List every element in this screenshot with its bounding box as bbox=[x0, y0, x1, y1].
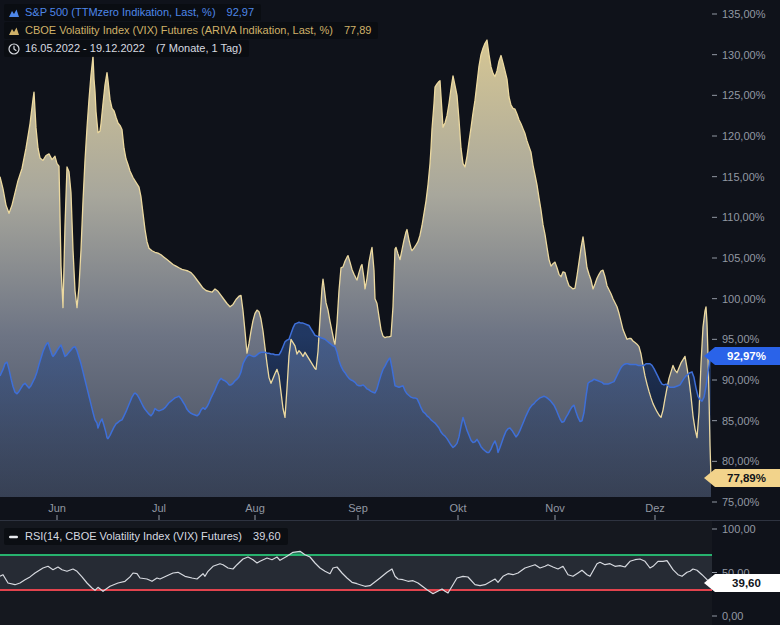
x-tick-label: Okt bbox=[449, 502, 466, 514]
y-tick-label: 75,00% bbox=[722, 496, 760, 508]
sp500-series-value: 92,97 bbox=[227, 6, 255, 19]
area-chart-icon bbox=[8, 25, 20, 37]
y-tick-label: 105,00% bbox=[722, 252, 766, 264]
y-tick-label: 120,00% bbox=[722, 130, 766, 142]
y-tick-label: 0,00 bbox=[722, 610, 743, 622]
legend-row-sp500[interactable]: S&P 500 (TTMzero Indikation, Last, %) 92… bbox=[4, 4, 261, 21]
y-tick-label: 80,00% bbox=[722, 455, 760, 467]
x-tick-label: Jul bbox=[152, 502, 166, 514]
y-tick-label: 100,00% bbox=[722, 293, 766, 305]
y-tick-label: 135,00% bbox=[722, 8, 766, 20]
y-tick-label: 85,00% bbox=[722, 415, 760, 427]
x-tick-label: Dez bbox=[645, 502, 665, 514]
vix-series-label: CBOE Volatility Index (VIX) Futures (ARI… bbox=[25, 24, 333, 37]
x-tick-label: Nov bbox=[545, 502, 565, 514]
rsi-series-value: 39,60 bbox=[253, 530, 281, 543]
vix-series-value: 77,89 bbox=[344, 24, 372, 37]
legend-row-vix[interactable]: CBOE Volatility Index (VIX) Futures (ARI… bbox=[4, 22, 378, 39]
x-tick-label: Jun bbox=[48, 502, 66, 514]
line-style-icon bbox=[8, 531, 20, 543]
chart-window: 135,00%130,00%125,00%120,00%115,00%110,0… bbox=[0, 0, 780, 625]
legend-row-rsi[interactable]: RSI(14, CBOE Volatility Index (VIX) Futu… bbox=[4, 528, 288, 545]
clock-icon bbox=[8, 43, 20, 55]
sp500-series-label: S&P 500 (TTMzero Indikation, Last, %) bbox=[25, 6, 216, 19]
x-tick-label: Sep bbox=[348, 502, 368, 514]
rsi-series-label: RSI(14, CBOE Volatility Index (VIX) Futu… bbox=[25, 530, 242, 543]
rsi-band-zone bbox=[0, 555, 712, 590]
vix-price-badge: 77,89% bbox=[704, 469, 780, 487]
date-range-label: 16.05.2022 - 19.12.2022 bbox=[25, 42, 145, 55]
area-chart-icon bbox=[8, 7, 20, 19]
rsi-legend: RSI(14, CBOE Volatility Index (VIX) Futu… bbox=[4, 528, 288, 546]
x-tick-label: Aug bbox=[245, 502, 265, 514]
sp500-price-badge: 92,97% bbox=[704, 347, 780, 365]
y-tick-label: 95,00% bbox=[722, 333, 760, 345]
y-tick-label: 100,00 bbox=[722, 523, 756, 535]
y-tick-label: 115,00% bbox=[722, 171, 765, 183]
y-tick-label: 130,00% bbox=[722, 49, 766, 61]
period-duration-label: (7 Monate, 1 Tag) bbox=[156, 42, 242, 55]
y-tick-label: 90,00% bbox=[722, 374, 760, 386]
y-tick-label: 110,00% bbox=[722, 211, 765, 223]
legend-row-period: 16.05.2022 - 19.12.2022 (7 Monate, 1 Tag… bbox=[4, 40, 249, 57]
rsi-value-badge: 39,60 bbox=[704, 574, 780, 592]
y-tick-label: 125,00% bbox=[722, 89, 766, 101]
legend: S&P 500 (TTMzero Indikation, Last, %) 92… bbox=[4, 4, 378, 58]
